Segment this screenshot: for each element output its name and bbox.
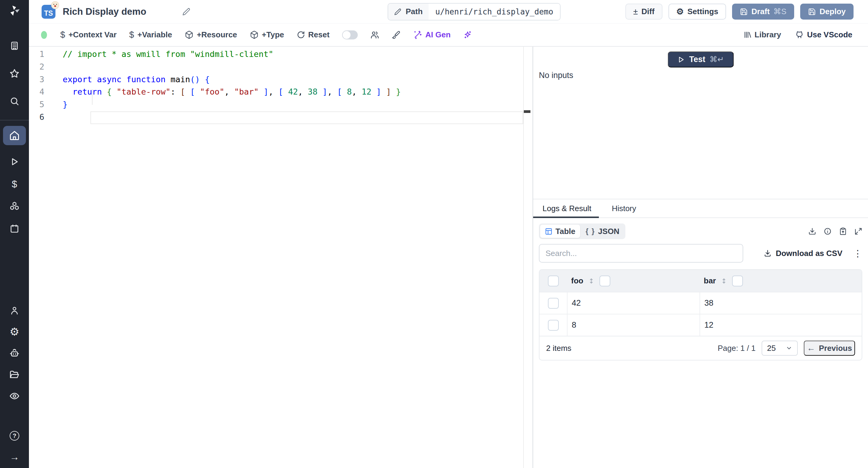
sidebar-item-home[interactable]	[3, 126, 26, 145]
settings-button[interactable]: ⚙ Settings	[669, 4, 726, 20]
plus-minus-icon: ±	[633, 7, 638, 16]
sort-icon[interactable]	[721, 278, 727, 284]
draft-button[interactable]: Draft ⌘S	[732, 4, 794, 20]
search-icon	[10, 96, 19, 106]
save-icon	[808, 8, 816, 16]
reset-icon	[297, 31, 305, 39]
sparkles-icon	[463, 30, 472, 39]
library-button[interactable]: Library	[743, 30, 781, 39]
diff-mode-toggle[interactable]	[342, 30, 358, 39]
sidebar-item-runs[interactable]	[3, 156, 26, 167]
line-number: 1	[29, 49, 44, 59]
test-shortcut: ⌘↵	[710, 55, 724, 64]
windmill-logo[interactable]	[0, 4, 29, 17]
add-type-button[interactable]: +Type	[250, 30, 284, 39]
sidebar-item-workspace[interactable]	[3, 40, 26, 52]
download-csv-label: Download as CSV	[776, 249, 842, 258]
column-checkbox-foo[interactable]	[599, 275, 610, 287]
chevron-down-icon	[786, 345, 792, 352]
copy-result-icon[interactable]	[839, 227, 847, 235]
row-checkbox[interactable]	[548, 320, 559, 331]
format-button[interactable]	[392, 30, 401, 39]
result-view-row: Table { } JSON	[539, 224, 862, 239]
select-all-checkbox[interactable]	[548, 275, 559, 287]
search-input[interactable]	[539, 244, 743, 263]
ts-badge-label: TS	[44, 9, 53, 19]
page-size-select[interactable]: 25	[762, 341, 798, 356]
info-icon[interactable]	[824, 227, 832, 235]
sidebar-item-folders[interactable]	[3, 369, 26, 380]
code-line[interactable]: 6	[29, 110, 532, 123]
sidebar-item-variables[interactable]: $	[3, 178, 26, 190]
sidebar-item-resources[interactable]	[3, 201, 26, 212]
view-toggle-table[interactable]: Table	[540, 225, 580, 238]
column-header-foo[interactable]: foo	[571, 276, 583, 286]
sidebar-item-audit[interactable]	[3, 390, 26, 402]
sidebar-expand[interactable]: →	[3, 451, 26, 463]
line-number: 6	[29, 112, 44, 122]
tab-logs-result[interactable]: Logs & Result	[542, 204, 591, 213]
path-button[interactable]: Path	[388, 4, 429, 20]
page-indicator: Page: 1 / 1	[718, 344, 755, 353]
view-toggle-json[interactable]: { } JSON	[581, 225, 624, 238]
code-line[interactable]: 1// import * as wmill from "windmill-cli…	[29, 48, 532, 61]
sidebar-item-schedules[interactable]	[3, 223, 26, 234]
column-header-bar[interactable]: bar	[704, 276, 716, 286]
download-result-icon[interactable]	[808, 227, 816, 235]
code-line[interactable]: 5}	[29, 98, 532, 111]
result-section: Table { } JSON	[533, 218, 868, 468]
deploy-button[interactable]: Deploy	[800, 4, 854, 20]
table-cell: 42	[572, 298, 581, 308]
table-row[interactable]: 4238	[539, 292, 862, 314]
code-editor[interactable]: 1// import * as wmill from "windmill-cli…	[29, 47, 532, 468]
table-menu-kebab[interactable]: ⋮	[853, 248, 862, 259]
dollar-icon: $	[129, 30, 134, 40]
editor-scrollbar[interactable]	[523, 47, 532, 468]
main-column: TS Rich Display demo Path u/henri/rich_d…	[29, 0, 868, 468]
sidebar-item-favorites[interactable]	[3, 68, 26, 79]
column-checkbox-bar[interactable]	[732, 275, 743, 287]
code-line[interactable]: 2	[29, 61, 532, 73]
sidebar-item-workers[interactable]	[3, 347, 26, 359]
table-row[interactable]: 812	[539, 314, 862, 336]
test-button[interactable]: Test ⌘↵	[668, 52, 734, 67]
add-context-var-button[interactable]: $ +Context Var	[60, 30, 117, 40]
edit-summary-pencil-icon[interactable]	[182, 7, 190, 16]
sparkles-button[interactable]	[463, 30, 472, 39]
sidebar-item-help[interactable]: ?	[3, 430, 26, 441]
download-csv-button[interactable]: Download as CSV	[764, 249, 842, 258]
draft-label: Draft	[751, 7, 770, 16]
arrow-left-icon: ←	[807, 343, 815, 353]
code-lines[interactable]: 1// import * as wmill from "windmill-cli…	[29, 48, 532, 123]
play-icon	[677, 56, 685, 64]
reset-label: Reset	[308, 30, 330, 39]
sort-icon[interactable]	[588, 278, 595, 284]
sidebar-item-search[interactable]	[3, 96, 26, 107]
diff-button[interactable]: ± Diff	[625, 4, 662, 20]
sidebar-item-settings[interactable]: ⚙	[3, 326, 26, 338]
result-table: foo bar	[539, 269, 862, 361]
path-value[interactable]: u/henri/rich_display_demo	[429, 4, 560, 20]
code-line[interactable]: 3export async function main() {	[29, 73, 532, 86]
line-number: 4	[29, 87, 44, 96]
multiplayer-button[interactable]	[370, 30, 379, 39]
result-tabs: Logs & Result History	[533, 199, 868, 218]
previous-page-button[interactable]: ← Previous	[804, 341, 855, 356]
page-title: Rich Display demo	[63, 6, 146, 17]
path-control[interactable]: Path u/henri/rich_display_demo	[388, 3, 561, 21]
library-icon	[743, 31, 751, 39]
add-variable-button[interactable]: $ +Variable	[129, 30, 172, 40]
diff-label: Diff	[641, 7, 654, 16]
type-label: +Type	[262, 30, 284, 39]
row-checkbox[interactable]	[548, 298, 559, 309]
use-vscode-button[interactable]: Use VScode	[795, 30, 852, 39]
table-body: 4238812	[539, 292, 862, 336]
code-line[interactable]: 4 return { "table-row": [ [ "foo", "bar"…	[29, 86, 532, 98]
ai-gen-button[interactable]: AI Gen	[413, 30, 451, 39]
sidebar-item-users[interactable]	[3, 305, 26, 316]
reset-button[interactable]: Reset	[297, 30, 330, 39]
expand-icon[interactable]	[855, 227, 862, 235]
tab-history[interactable]: History	[612, 204, 636, 213]
add-resource-button[interactable]: +Resource	[185, 30, 237, 39]
path-label: Path	[406, 7, 423, 16]
